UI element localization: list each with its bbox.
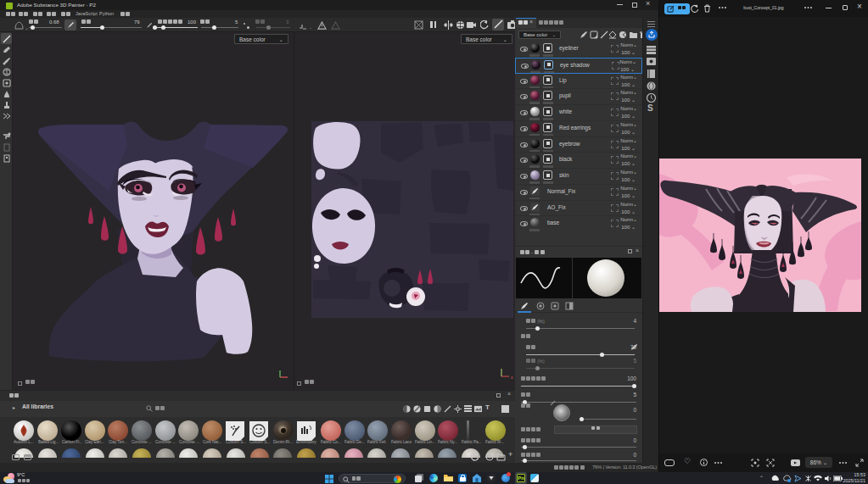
svg-text:x: x [511,375,513,379]
